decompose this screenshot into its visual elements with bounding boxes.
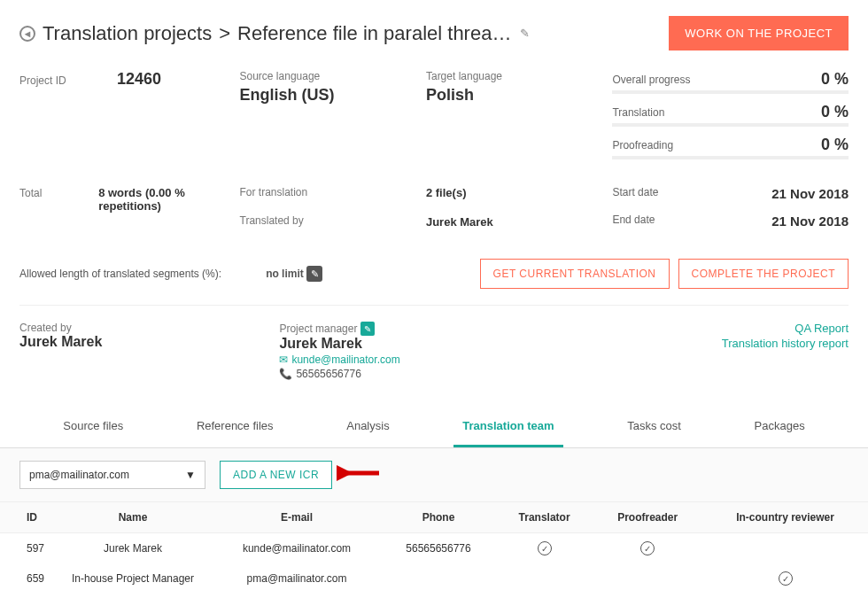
segment-limit-label: Allowed length of translated segments (%… xyxy=(19,268,221,280)
breadcrumb-parent[interactable]: Translation projects xyxy=(43,22,212,45)
edit-title-icon[interactable]: ✎ xyxy=(520,27,530,40)
breadcrumb: ◄ Translation projects > Reference file … xyxy=(19,22,530,45)
created-by-label: Created by xyxy=(19,322,102,334)
qa-report-link[interactable]: QA Report xyxy=(722,322,849,335)
translation-progress-value: 0 % xyxy=(821,103,849,121)
project-id-value: 12460 xyxy=(117,70,161,89)
team-table: ID Name E-mail Phone Translator Proofrea… xyxy=(0,502,868,594)
table-row[interactable]: 597Jurek Marekkunde@mailinator.com565656… xyxy=(0,533,868,564)
target-language-label: Target language xyxy=(426,70,594,82)
history-report-link[interactable]: Translation history report xyxy=(722,337,849,350)
col-id: ID xyxy=(0,502,53,533)
proofreading-progress-value: 0 % xyxy=(821,136,849,154)
tab-reference-files[interactable]: Reference files xyxy=(188,407,283,447)
table-row[interactable]: 659In-house Project Managerpma@mailinato… xyxy=(0,563,868,594)
for-translation-label: For translation xyxy=(240,186,337,198)
end-date-label: End date xyxy=(612,214,655,229)
pm-phone-row: 📞 56565656776 xyxy=(279,368,721,380)
col-name: Name xyxy=(53,502,213,533)
created-by-value: Jurek Marek xyxy=(19,334,102,350)
tab-source-files[interactable]: Source files xyxy=(54,407,132,447)
source-language-value: English (US) xyxy=(240,86,408,105)
tabs: Source files Reference files Analysis Tr… xyxy=(0,407,868,448)
end-date-value: 21 Nov 2018 xyxy=(771,214,849,229)
envelope-icon: ✉ xyxy=(279,353,288,366)
overall-progress-bar xyxy=(612,90,849,94)
translation-progress-label: Translation xyxy=(612,106,664,119)
icr-select[interactable]: pma@mailinator.com ▼ xyxy=(19,461,205,489)
edit-pm-icon[interactable]: ✎ xyxy=(360,322,375,336)
pm-phone: 56565656776 xyxy=(296,368,360,380)
phone-icon: 📞 xyxy=(279,368,292,380)
complete-project-button[interactable]: COMPLETE THE PROJECT xyxy=(678,259,849,289)
annotation-arrow-icon xyxy=(337,462,381,484)
tab-analysis[interactable]: Analysis xyxy=(337,407,398,447)
breadcrumb-current: Reference file in paralel threa… xyxy=(237,22,511,45)
overall-progress-value: 0 % xyxy=(821,70,849,89)
check-icon: ✓ xyxy=(640,541,655,555)
overall-progress-label: Overall progress xyxy=(612,74,690,86)
add-icr-button[interactable]: ADD A NEW ICR xyxy=(220,461,332,489)
project-id-label: Project ID xyxy=(19,74,117,87)
total-label: Total xyxy=(19,187,98,199)
get-translation-button[interactable]: GET CURRENT TRANSLATION xyxy=(480,259,670,289)
segment-limit-value: no limit xyxy=(266,268,304,280)
chevron-down-icon: ▼ xyxy=(185,469,196,481)
pm-email: kunde@mailinator.com xyxy=(291,353,399,366)
pm-email-row[interactable]: ✉ kunde@mailinator.com xyxy=(279,353,721,366)
col-phone: Phone xyxy=(381,502,496,533)
translation-progress-bar xyxy=(612,123,849,127)
translated-by-label: Translated by xyxy=(240,214,337,227)
translated-by-value: Jurek Marek xyxy=(426,215,493,229)
chevron-right-icon: > xyxy=(219,22,230,45)
check-icon: ✓ xyxy=(538,541,552,555)
tab-tasks-cost[interactable]: Tasks cost xyxy=(618,407,690,447)
tab-packages[interactable]: Packages xyxy=(746,407,814,447)
tab-translation-team[interactable]: Translation team xyxy=(453,407,562,447)
total-value: 8 words (0.00 % repetitions) xyxy=(98,186,221,213)
col-proofreader: Proofreader xyxy=(593,502,702,533)
back-icon[interactable]: ◄ xyxy=(19,26,35,42)
start-date-label: Start date xyxy=(612,186,658,201)
start-date-value: 21 Nov 2018 xyxy=(771,186,849,201)
col-translator: Translator xyxy=(496,502,593,533)
col-icr: In-country reviewer xyxy=(702,502,868,533)
edit-limit-icon[interactable]: ✎ xyxy=(306,266,322,282)
pm-label: Project manager xyxy=(279,322,357,335)
proofreading-progress-bar xyxy=(612,156,849,159)
pm-name: Jurek Marek xyxy=(279,336,721,352)
work-on-project-button[interactable]: WORK ON THE PROJECT xyxy=(669,16,849,50)
check-icon: ✓ xyxy=(779,571,793,586)
proofreading-progress-label: Proofreading xyxy=(612,139,673,151)
source-language-label: Source language xyxy=(240,70,408,82)
icr-select-value: pma@mailinator.com xyxy=(29,469,129,481)
target-language-value: Polish xyxy=(426,86,594,105)
for-translation-value: 2 file(s) xyxy=(426,186,467,199)
col-email: E-mail xyxy=(213,502,381,533)
